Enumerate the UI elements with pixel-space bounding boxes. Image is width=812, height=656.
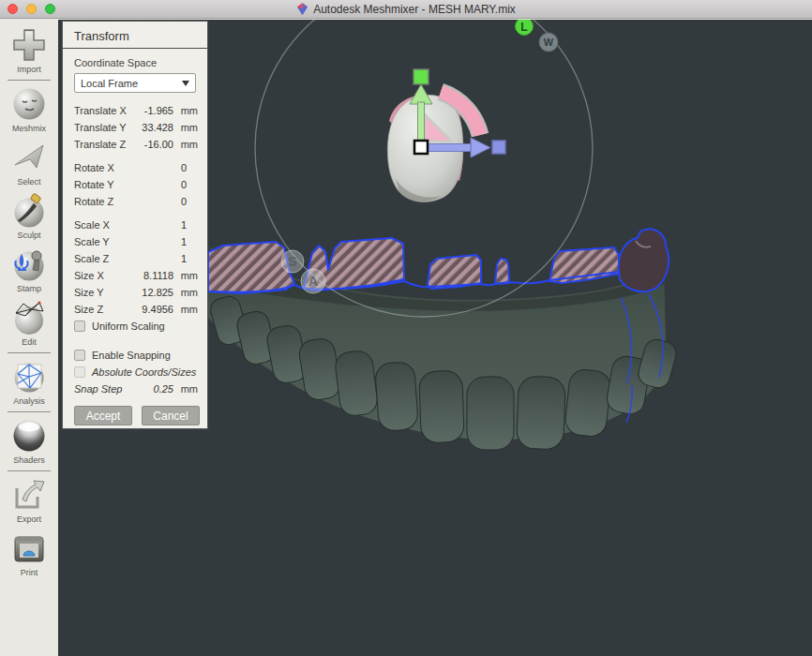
size-x-row[interactable]: Size X 8.1118 mm: [63, 267, 207, 284]
scale-z-row[interactable]: Scale Z 1: [63, 250, 207, 267]
sidebar-item-export[interactable]: Export: [0, 474, 58, 528]
meshmixer-logo-icon: [296, 3, 308, 15]
window-controls: [8, 4, 55, 14]
transform-panel: Transform Coordinate Space Local Frame T…: [62, 21, 208, 429]
snap-step-row: Snap Step 0.25 mm: [63, 380, 207, 397]
sidebar-item-analysis[interactable]: Analysis: [0, 356, 58, 410]
sidebar-item-label: Analysis: [13, 396, 45, 406]
gizmo-origin-handle[interactable]: [414, 141, 428, 154]
coordinate-space-value: Local Frame: [81, 78, 138, 89]
absolute-coords-checkbox[interactable]: [74, 366, 85, 378]
edit-wireframe-icon: [10, 299, 48, 336]
meshmix-sphere-icon: [10, 85, 48, 123]
sidebar-item-label: Stamp: [17, 284, 41, 293]
window-title: Autodesk Meshmixer - MESH MARY.mix: [313, 3, 516, 16]
axis-y-arrowhead[interactable]: [410, 84, 432, 104]
sidebar-item-label: Shaders: [13, 455, 45, 465]
enable-snapping-label: Enable Snapping: [92, 350, 171, 361]
translate-x-row[interactable]: Translate X -1.965 mm: [63, 102, 207, 119]
axis-y-scale-handle[interactable]: [414, 69, 429, 84]
stamp-fleur-icon: [10, 246, 48, 283]
section-cut-right-wing[interactable]: [619, 229, 669, 291]
absolute-coords-row: Absolute Coords/Sizes: [63, 364, 207, 380]
snap-step-value[interactable]: 0.25: [132, 383, 173, 395]
uniform-scaling-row: Uniform Scaling: [63, 318, 207, 335]
coordinate-space-label: Coordinate Space: [63, 49, 207, 71]
sidebar-separator: [8, 352, 51, 353]
sidebar-separator: [8, 411, 51, 412]
svg-text:L: L: [520, 21, 527, 34]
sidebar-item-edit[interactable]: Edit: [0, 297, 58, 350]
rotate-y-row[interactable]: Rotate Y 0: [63, 176, 207, 193]
coordinate-space-select[interactable]: Local Frame: [74, 73, 196, 93]
svg-text:S: S: [288, 254, 296, 269]
sidebar-separator: [8, 80, 51, 81]
panel-title: Transform: [63, 22, 207, 48]
rotate-z-row[interactable]: Rotate Z 0: [63, 193, 207, 210]
window-title-wrap: Autodesk Meshmixer - MESH MARY.mix: [0, 3, 812, 16]
svg-text:W: W: [544, 37, 554, 48]
scale-y-row[interactable]: Scale Y 1: [63, 233, 207, 250]
sidebar-item-import[interactable]: Import: [0, 24, 58, 78]
title-bar: Autodesk Meshmixer - MESH MARY.mix: [0, 0, 812, 19]
close-window-button[interactable]: [8, 4, 18, 14]
badge-accept[interactable]: A: [301, 269, 325, 293]
enable-snapping-checkbox[interactable]: [74, 350, 85, 361]
badge-world-frame[interactable]: W: [539, 33, 558, 52]
shaders-chrome-icon: [10, 417, 48, 455]
snap-step-label: Snap Step: [74, 383, 132, 395]
select-arrow-icon: [10, 139, 48, 176]
sidebar-item-select[interactable]: Select: [0, 137, 58, 190]
axis-x-scale-handle[interactable]: [492, 141, 505, 154]
svg-text:A: A: [308, 274, 318, 289]
sidebar-item-shaders[interactable]: Shaders: [0, 415, 58, 469]
axis-x-arrow-shaft[interactable]: [426, 144, 471, 152]
badge-local-frame[interactable]: L: [516, 20, 534, 36]
sidebar-item-label: Print: [21, 568, 38, 577]
axis-x-arrowhead[interactable]: [471, 138, 490, 157]
sidebar-item-label: Sculpt: [17, 231, 40, 240]
absolute-coords-label: Absolute Coords/Sizes: [92, 366, 196, 378]
scale-x-row[interactable]: Scale X 1: [63, 216, 207, 233]
translate-y-row[interactable]: Translate Y 33.428 mm: [63, 119, 207, 136]
accept-button[interactable]: Accept: [74, 406, 132, 425]
sidebar-item-label: Select: [17, 177, 40, 186]
dropdown-arrow-icon: [182, 81, 189, 86]
sculpt-brush-icon: [10, 192, 48, 230]
sidebar-item-label: Export: [17, 514, 41, 524]
zoom-window-button[interactable]: [45, 4, 55, 14]
sidebar-item-label: Edit: [22, 337, 37, 347]
sidebar-item-print[interactable]: Print: [0, 528, 58, 581]
sidebar-item-label: Meshmix: [12, 124, 46, 133]
sidebar-item-stamp[interactable]: Stamp: [0, 244, 58, 297]
print-3dprinter-icon: [10, 529, 48, 567]
translate-z-row[interactable]: Translate Z -16.00 mm: [63, 136, 207, 153]
size-z-row[interactable]: Size Z 9.4956 mm: [63, 301, 207, 318]
tool-sidebar: Import Meshmix Select: [0, 20, 58, 656]
uniform-scaling-checkbox[interactable]: [74, 321, 85, 332]
analysis-mesh-icon: [10, 358, 48, 395]
import-plus-icon: [10, 26, 48, 64]
snap-step-unit: mm: [173, 383, 198, 395]
enable-snapping-row: Enable Snapping: [63, 347, 207, 364]
badge-screen[interactable]: S: [281, 250, 304, 273]
sidebar-item-sculpt[interactable]: Sculpt: [0, 190, 58, 244]
export-arrow-icon: [10, 476, 48, 514]
rotate-x-row[interactable]: Rotate X 0: [63, 159, 207, 176]
sidebar-item-label: Import: [17, 65, 41, 74]
uniform-scaling-label: Uniform Scaling: [92, 321, 165, 332]
dental-arch-model[interactable]: [208, 229, 679, 450]
panel-buttons: Accept Cancel: [74, 406, 207, 425]
size-y-row[interactable]: Size Y 12.825 mm: [63, 284, 207, 301]
sidebar-separator: [8, 470, 51, 471]
minimize-window-button[interactable]: [26, 4, 37, 14]
sidebar-item-meshmix[interactable]: Meshmix: [0, 83, 58, 137]
cancel-button[interactable]: Cancel: [142, 406, 200, 425]
